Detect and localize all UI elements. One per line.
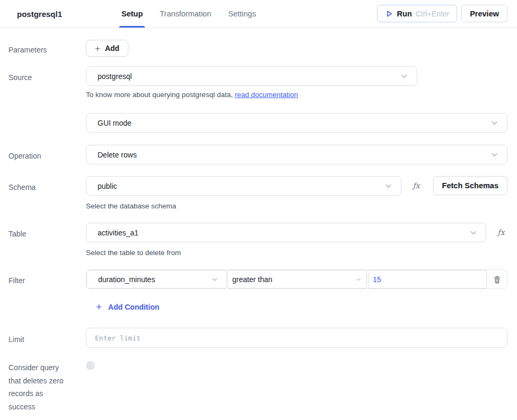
add-parameter-button[interactable]: + Add <box>86 40 128 57</box>
table-select[interactable]: activities_a1 <box>86 223 486 242</box>
source-help-text: To know more about querying postgresql d… <box>86 91 417 99</box>
fx-icon[interactable]: ƒx <box>410 176 423 196</box>
limit-input[interactable] <box>86 328 507 348</box>
zero-records-label: Consider query that deletes zero records… <box>8 361 71 413</box>
schema-row: Schema public ƒx Fetch Schemas Select th… <box>0 176 517 210</box>
active-tab-underline <box>119 26 145 28</box>
trash-icon <box>493 275 501 284</box>
zero-records-row: Consider query that deletes zero records… <box>0 360 517 413</box>
source-label: Source <box>8 71 71 84</box>
header: postgresql1 Setup Transformation Setting… <box>0 0 517 28</box>
limit-label: Limit <box>8 333 71 346</box>
filter-value-input[interactable] <box>373 275 482 284</box>
tab-setup[interactable]: Setup <box>119 0 145 28</box>
chevron-down-icon <box>384 182 392 190</box>
plus-icon: + <box>96 302 102 312</box>
table-row: Table activities_a1 ƒx Select the table … <box>0 223 517 257</box>
parameters-row: Parameters + Add <box>0 40 517 57</box>
chevron-down-icon <box>490 119 498 127</box>
filter-column-select[interactable]: duration_minutes <box>86 270 226 288</box>
mode-select[interactable]: GUI mode <box>86 113 507 133</box>
chevron-down-icon <box>355 276 362 283</box>
header-actions: Run Ctrl+Enter Preview <box>377 5 507 22</box>
filter-row: Filter duration_minutes greater than <box>0 269 517 312</box>
operation-select[interactable]: Delete rows <box>86 145 507 164</box>
table-help-text: Select the table to delete from <box>86 249 507 257</box>
play-icon <box>385 10 393 18</box>
mode-row: GUI mode <box>0 113 517 133</box>
query-editor-panel: postgresql1 Setup Transformation Setting… <box>0 0 517 420</box>
read-documentation-link[interactable]: read documentation <box>235 91 298 99</box>
tab-bar: Setup Transformation Settings <box>119 0 271 28</box>
schema-label: Schema <box>8 181 71 194</box>
filter-value-field <box>368 270 487 288</box>
preview-button[interactable]: Preview <box>461 5 507 22</box>
schema-select[interactable]: public <box>86 176 401 196</box>
schema-help-text: Select the database schema <box>86 202 507 210</box>
operation-row: Operation Delete rows <box>0 145 517 164</box>
fx-icon[interactable]: ƒx <box>495 223 507 242</box>
source-row: Source postgresql To know more about que… <box>0 66 517 99</box>
chevron-down-icon <box>490 151 498 159</box>
filter-operator-select[interactable]: greater than <box>227 270 367 288</box>
table-label: Table <box>8 228 71 241</box>
chevron-down-icon <box>400 72 408 80</box>
run-shortcut: Ctrl+Enter <box>416 10 449 18</box>
chevron-down-icon <box>211 276 218 283</box>
source-select[interactable]: postgresql <box>86 66 417 86</box>
chevron-down-icon <box>469 229 477 237</box>
zero-records-toggle[interactable] <box>86 361 95 370</box>
delete-condition-button[interactable] <box>487 270 507 288</box>
tab-transformation[interactable]: Transformation <box>157 0 213 28</box>
tab-settings[interactable]: Settings <box>226 0 258 28</box>
filter-condition: duration_minutes greater than <box>86 269 507 289</box>
plus-icon: + <box>95 44 100 53</box>
add-condition-button[interactable]: + Add Condition <box>96 302 160 312</box>
limit-row: Limit <box>0 328 517 348</box>
fetch-schemas-button[interactable]: Fetch Schemas <box>433 176 507 195</box>
query-title: postgresql1 <box>17 10 102 19</box>
operation-label: Operation <box>8 150 71 163</box>
parameters-label: Parameters <box>8 43 71 57</box>
run-button[interactable]: Run Ctrl+Enter <box>377 5 458 22</box>
filter-label: Filter <box>8 274 71 287</box>
